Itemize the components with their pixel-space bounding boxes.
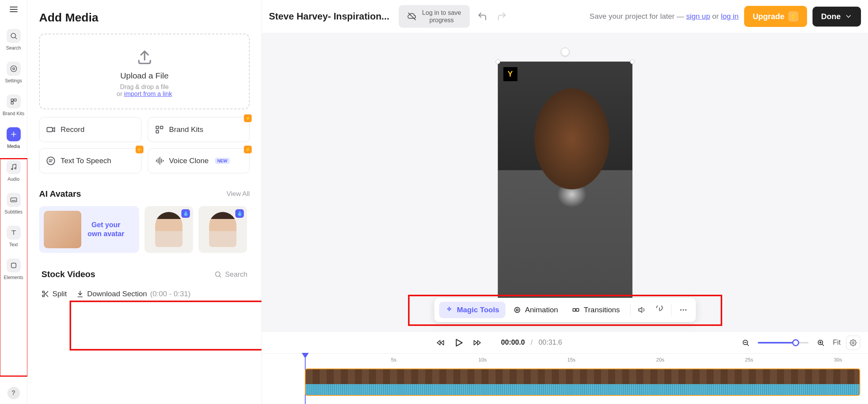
animation-icon [513,306,521,314]
done-button[interactable]: Done [813,7,861,27]
svg-rect-25 [156,130,159,133]
svg-line-42 [408,13,415,20]
timeline-settings-button[interactable] [846,336,860,350]
download-icon [76,290,84,298]
left-rail: Search Settings Brand Kits Media Audio S… [0,0,27,404]
rail-label: Brand Kits [3,111,24,116]
rail-label: Media [7,144,20,149]
rail-audio[interactable]: Audio [0,160,27,182]
help-button[interactable]: ? [7,387,20,399]
upload-dropzone[interactable]: Upload a File Drag & drop a file or impo… [39,34,250,109]
option-label: Record [61,125,84,134]
ruler-tick: 15s [567,357,576,363]
rail-search[interactable]: Search [0,29,27,51]
signup-link[interactable]: sign up [686,12,710,20]
voiceclone-option[interactable]: Voice Clone NEW [148,148,250,173]
next-frame-button[interactable] [471,336,484,349]
svg-rect-45 [573,309,576,311]
stock-search[interactable]: Search [214,271,247,279]
plus-icon [7,127,21,141]
rail-settings[interactable]: Settings [0,62,27,84]
svg-point-43 [515,307,520,312]
more-button[interactable] [675,302,691,318]
zoom-out-button[interactable] [739,336,752,349]
viewall-link[interactable]: View All [227,190,250,198]
import-link[interactable]: import from a link [124,91,172,97]
rail-label: Search [6,45,21,51]
slider-thumb[interactable] [792,339,799,346]
hamburger-menu[interactable] [0,4,27,15]
video-clip[interactable]: Y [498,61,633,303]
save-pill-line: progress [422,16,461,24]
split-button[interactable]: Split [41,290,67,298]
prev-frame-button[interactable] [434,336,447,349]
play-button[interactable] [451,335,467,351]
rail-elements[interactable]: Elements [0,258,27,280]
download-label: Download Section [87,290,147,298]
rail-subtitles[interactable]: Subtitles [0,193,27,215]
tts-option[interactable]: Text To Speech [39,148,141,173]
brandkits-icon [7,94,21,109]
redo-button[interactable] [495,9,509,23]
svg-point-12 [11,168,13,169]
zoom-in-button[interactable] [814,336,827,349]
transitions-button[interactable]: Transitions [566,302,626,318]
brandkits-option[interactable]: Brand Kits [148,117,250,142]
clip-track[interactable] [305,368,860,396]
svg-line-39 [46,295,48,297]
login-link[interactable]: log in [721,12,738,20]
rail-media[interactable]: Media [0,127,27,149]
current-time: 00:00.0 [501,338,525,346]
avatar-preset[interactable] [145,206,193,253]
volume-button[interactable] [634,302,650,318]
timeline[interactable]: 5s 10s 15s 20s 25s 30s [262,353,868,404]
undo-button[interactable] [475,9,489,23]
svg-rect-21 [47,128,52,132]
svg-rect-14 [11,198,16,202]
ruler-tick: 5s [391,357,396,363]
project-title[interactable]: Steve Harvey- Inspiration... [269,11,389,22]
save-pill-line: Log in to save [422,9,461,16]
ctx-label: Animation [525,306,558,314]
rotate-handle[interactable] [561,48,569,56]
upgrade-button[interactable]: Upgrade ⚡ [744,6,807,27]
record-option[interactable]: Record [39,117,141,142]
svg-point-13 [14,168,16,169]
resize-handle[interactable] [496,59,500,64]
palette-icon [154,125,165,135]
avatar-preset[interactable] [199,206,247,253]
rail-brandkits[interactable]: Brand Kits [0,94,27,116]
rail-label: Settings [5,78,22,84]
download-section-button[interactable]: Download Section (0:00 - 0:31) [76,290,191,298]
animation-button[interactable]: Animation [507,302,564,318]
login-save-pill[interactable]: Log in to save progress [399,5,470,28]
svg-rect-8 [14,99,16,101]
avatars-heading: AI Avatars [39,189,81,199]
zoom-slider[interactable] [758,342,809,343]
svg-rect-9 [11,102,13,104]
svg-point-26 [47,157,55,165]
svg-rect-7 [11,99,13,101]
rail-text[interactable]: Text [0,226,27,247]
avatar-cta: Get yourown avatar [88,221,124,239]
speed-button[interactable] [651,302,667,318]
svg-rect-19 [11,263,16,268]
resize-handle[interactable] [630,59,635,64]
stock-heading: Stock Videos [41,269,95,279]
bolt-badge-icon [244,146,252,153]
waveform-icon [154,156,165,166]
chevron-down-icon [845,12,852,20]
bolt-badge-icon [244,114,252,122]
rail-label: Subtitles [4,209,22,215]
media-panel: Add Media Upload a File Drag & drop a fi… [27,0,262,404]
preview-canvas[interactable]: Y Magic Tools Animation Transitions [262,33,868,331]
magic-tools-button[interactable]: Magic Tools [439,302,505,318]
svg-point-5 [13,68,14,70]
new-badge: NEW [215,158,230,164]
own-avatar-card[interactable]: Get yourown avatar [39,206,139,253]
svg-line-35 [220,276,221,278]
svg-point-6 [11,66,16,72]
fit-button[interactable]: Fit [833,338,841,347]
gear-icon [7,62,21,76]
option-label: Text To Speech [61,157,111,165]
